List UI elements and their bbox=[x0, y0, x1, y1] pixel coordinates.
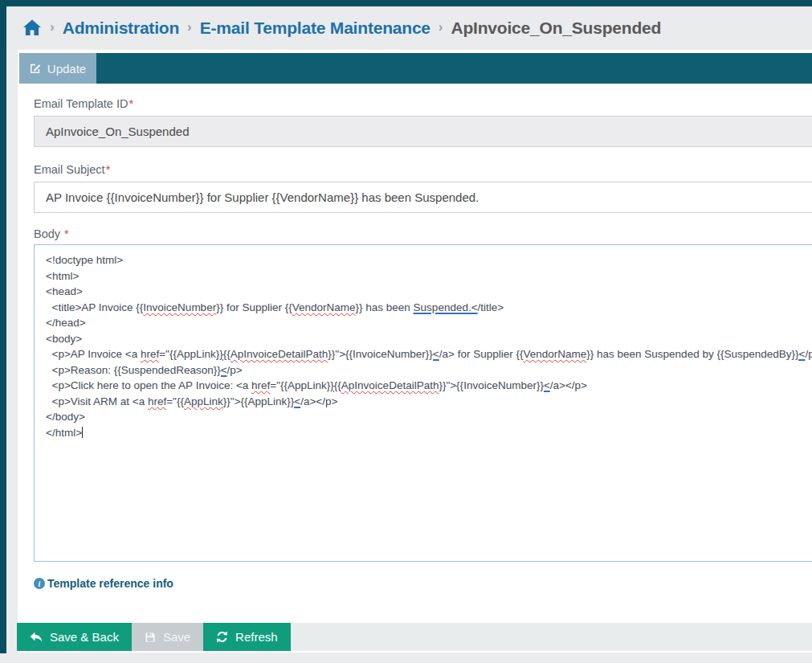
required-asterisk: * bbox=[64, 227, 69, 240]
save-and-back-button[interactable]: Save & Back bbox=[17, 623, 132, 651]
info-icon: i bbox=[34, 578, 45, 589]
breadcrumb-separator: › bbox=[187, 19, 192, 35]
breadcrumb-administration[interactable]: Administration bbox=[63, 18, 179, 38]
body-label: Body * bbox=[34, 227, 69, 240]
required-asterisk: * bbox=[129, 97, 133, 110]
update-button[interactable]: Update bbox=[19, 53, 96, 84]
save-floppy-icon bbox=[145, 632, 156, 643]
breadcrumb-current-template: ApInvoice_On_Suspended bbox=[451, 18, 662, 38]
footer-toolbar: Save & Back Save bbox=[17, 623, 812, 651]
text-caret bbox=[82, 427, 83, 438]
refresh-label: Refresh bbox=[235, 630, 278, 644]
top-frame-bar bbox=[0, 0, 812, 6]
content-panel: Update Email Template ID* Email Subject*… bbox=[18, 50, 812, 653]
body-editor[interactable]: <!doctype html><html><head> <title>AP In… bbox=[34, 244, 812, 562]
refresh-button[interactable]: Refresh bbox=[203, 623, 291, 651]
template-reference-info-link[interactable]: i Template reference info bbox=[34, 577, 173, 590]
template-reference-info-label: Template reference info bbox=[47, 577, 173, 590]
email-subject-label: Email Subject* bbox=[34, 163, 110, 176]
template-id-label: Email Template ID* bbox=[34, 97, 133, 110]
save-and-back-label: Save & Back bbox=[50, 630, 119, 644]
home-icon[interactable] bbox=[22, 18, 42, 38]
breadcrumb-separator: › bbox=[50, 19, 55, 35]
update-button-label: Update bbox=[47, 62, 86, 76]
required-asterisk: * bbox=[106, 163, 111, 176]
refresh-icon bbox=[216, 631, 228, 643]
template-id-input[interactable] bbox=[34, 116, 812, 147]
back-arrow-icon bbox=[30, 632, 43, 643]
breadcrumb: › Administration › E-mail Template Maint… bbox=[6, 6, 812, 50]
breadcrumb-separator: › bbox=[439, 19, 443, 35]
email-subject-input[interactable] bbox=[34, 182, 812, 213]
breadcrumb-email-template-maintenance[interactable]: E-mail Template Maintenance bbox=[200, 18, 430, 38]
save-label: Save bbox=[163, 630, 190, 644]
left-frame-bar bbox=[0, 6, 6, 653]
edit-pencil-icon bbox=[30, 63, 41, 74]
top-toolbar: Update bbox=[19, 53, 812, 84]
save-button[interactable]: Save bbox=[132, 623, 203, 651]
